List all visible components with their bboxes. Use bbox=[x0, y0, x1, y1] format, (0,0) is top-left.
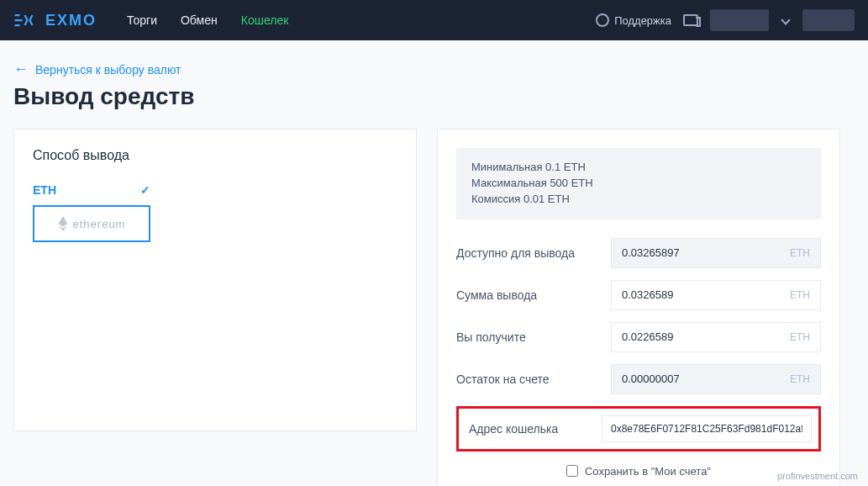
cur-available: ETH bbox=[790, 247, 810, 259]
top-navbar: EXMO Торги Обмен Кошелек Поддержка bbox=[0, 0, 868, 40]
nav-wallet[interactable]: Кошелек bbox=[241, 13, 289, 27]
cur-amount: ETH bbox=[790, 289, 810, 301]
method-name: ethereum bbox=[73, 218, 126, 230]
method-heading: Способ вывода bbox=[33, 148, 397, 163]
value-remain bbox=[622, 372, 783, 385]
save-label: Сохранить в "Мои счета" bbox=[585, 465, 711, 478]
row-receive: Вы получите ETH bbox=[456, 322, 821, 352]
topbar-right: Поддержка bbox=[596, 9, 855, 31]
cur-remain: ETH bbox=[790, 373, 810, 385]
brand-logo[interactable]: EXMO bbox=[13, 12, 97, 29]
save-checkbox-input[interactable] bbox=[566, 465, 578, 477]
field-remain: ETH bbox=[611, 364, 821, 394]
label-available: Доступно для вывода bbox=[456, 246, 575, 260]
input-amount[interactable] bbox=[622, 288, 783, 301]
value-available bbox=[622, 246, 783, 259]
headset-icon bbox=[596, 13, 609, 27]
main-nav: Торги Обмен Кошелек bbox=[127, 13, 288, 27]
back-label: Вернуться к выбору валют bbox=[35, 63, 181, 77]
row-remain: Остаток на счете ETH bbox=[456, 364, 821, 394]
limit-min: Минимальная 0.1 ETH bbox=[471, 160, 806, 176]
method-selector[interactable]: ETH ✓ bbox=[33, 183, 150, 197]
row-address-highlighted: Адрес кошелька bbox=[456, 406, 821, 452]
exmo-logo-icon bbox=[13, 13, 39, 28]
label-address: Адрес кошелька bbox=[466, 422, 558, 436]
value-receive bbox=[622, 330, 783, 343]
ethereum-icon bbox=[58, 216, 68, 231]
label-receive: Вы получите bbox=[456, 330, 526, 344]
row-available: Доступно для вывода ETH bbox=[456, 238, 821, 268]
field-amount[interactable]: ETH bbox=[611, 280, 821, 310]
withdraw-method-card: Способ вывода ETH ✓ ethereum bbox=[13, 129, 417, 431]
brand-text: EXMO bbox=[45, 12, 97, 29]
page-title: Вывод средств bbox=[13, 83, 855, 110]
input-address[interactable] bbox=[611, 423, 802, 435]
news-icon[interactable] bbox=[683, 14, 698, 26]
cur-receive: ETH bbox=[790, 331, 810, 343]
arrow-left-icon: ← bbox=[13, 61, 29, 78]
method-tile-eth[interactable]: ethereum bbox=[33, 205, 150, 242]
nav-exchange[interactable]: Обмен bbox=[181, 13, 218, 27]
support-button[interactable]: Поддержка bbox=[596, 13, 671, 27]
back-link[interactable]: ← Вернуться к выбору валют bbox=[13, 61, 181, 78]
label-amount: Сумма вывода bbox=[456, 288, 537, 302]
save-account-checkbox[interactable]: Сохранить в "Мои счета" bbox=[456, 465, 821, 478]
nav-trade[interactable]: Торги bbox=[127, 13, 157, 27]
limit-max: Максимальная 500 ETH bbox=[471, 176, 806, 192]
field-address[interactable] bbox=[602, 415, 812, 442]
withdraw-form-card: Минимальная 0.1 ETH Максимальная 500 ETH… bbox=[437, 129, 840, 486]
user-menu[interactable] bbox=[710, 9, 769, 31]
balance-pill[interactable] bbox=[802, 9, 855, 31]
limit-fee: Комиссия 0.01 ETH bbox=[471, 192, 806, 208]
field-receive: ETH bbox=[611, 322, 821, 352]
check-icon: ✓ bbox=[140, 183, 150, 197]
support-label: Поддержка bbox=[614, 14, 671, 27]
row-amount: Сумма вывода ETH bbox=[456, 280, 821, 310]
field-available: ETH bbox=[611, 238, 821, 268]
method-code: ETH bbox=[33, 183, 56, 197]
chevron-down-icon bbox=[781, 15, 790, 24]
limits-infobox: Минимальная 0.1 ETH Максимальная 500 ETH… bbox=[456, 148, 821, 219]
label-remain: Остаток на счете bbox=[456, 372, 550, 386]
watermark: profinvestment.com bbox=[777, 471, 858, 481]
